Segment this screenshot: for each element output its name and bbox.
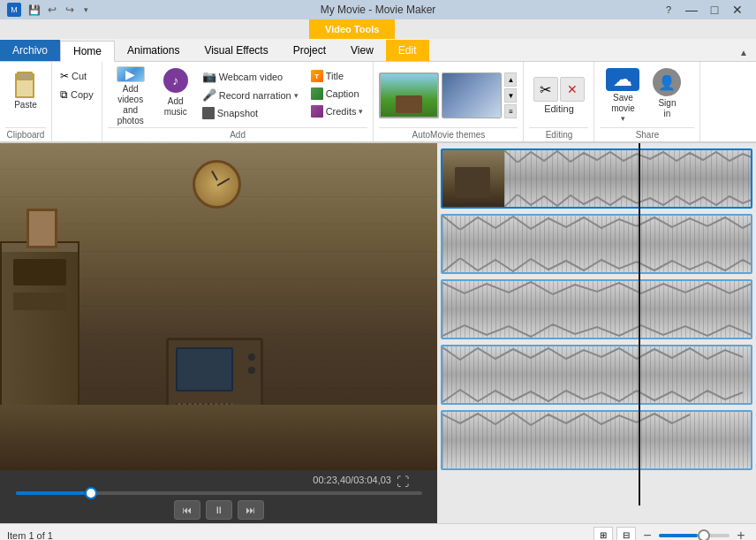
automovie-group-label: AutoMovie themes <box>379 127 518 140</box>
storyboard-view-button[interactable]: ⊞ <box>593 527 613 541</box>
qat-dropdown[interactable]: ▾ <box>79 2 92 18</box>
zoom-in-button[interactable]: + <box>733 528 749 541</box>
theme-scroll-down[interactable]: ▼ <box>504 88 517 103</box>
tab-animations[interactable]: Animations <box>115 40 192 61</box>
tab-home[interactable]: Home <box>60 41 115 62</box>
editing-group-label: Editing <box>529 127 588 140</box>
timeline-clip-4[interactable] <box>441 345 752 405</box>
minimize-button[interactable]: — <box>680 0 703 19</box>
video-preview: 00:23,40/03:04,03 ⛶ ⏮ ⏸ ⏭ <box>0 143 437 523</box>
paste-button[interactable]: Paste <box>5 67 46 124</box>
caption-label: Caption <box>326 88 359 99</box>
record-narration-label: Record narration <box>219 90 291 101</box>
save-movie-button[interactable]: ☁ Savemovie ▾ <box>600 67 646 124</box>
close-button[interactable]: ✕ <box>726 0 749 19</box>
fullscreen-button[interactable]: ⛶ <box>397 475 409 489</box>
timeline-panel <box>437 143 756 523</box>
time-display: 00:23,40/03:04,03 <box>313 475 391 489</box>
redo-button[interactable]: ↪ <box>62 2 78 18</box>
microphone-icon: 🎤 <box>202 88 216 102</box>
rewind-button[interactable]: ⏮ <box>174 500 200 520</box>
timeline-clip-1[interactable] <box>441 148 752 209</box>
add-group-label: Add <box>108 127 368 140</box>
record-narration-button[interactable]: 🎤 Record narration ▾ <box>198 86 303 104</box>
credits-button[interactable]: Credits ▾ <box>306 103 368 120</box>
add-music-label: Addmusic <box>164 96 187 118</box>
cloud-upload-icon: ☁ <box>606 68 639 91</box>
editing-group: ✂ ✕ Editing Editing <box>524 62 594 141</box>
snapshot-label: Snapshot <box>217 108 258 118</box>
add-videos-label: Add videosand photos <box>110 84 151 126</box>
cut-label: Cut <box>72 71 87 81</box>
editing-button[interactable]: Editing <box>544 103 574 114</box>
window-title: My Movie - Movie Maker <box>321 4 436 16</box>
ribbon-collapse-button[interactable]: ▲ <box>735 43 752 61</box>
zoom-slider-thumb[interactable] <box>698 529 710 541</box>
pause-button[interactable]: ⏸ <box>206 500 232 520</box>
sign-in-button[interactable]: 👤 Signin <box>649 67 684 124</box>
title-button[interactable]: T Title <box>306 67 368 85</box>
timeline-clip-2[interactable] <box>441 214 752 274</box>
playback-controls: ⏮ ⏸ ⏭ <box>174 500 264 520</box>
clock-prop <box>193 160 241 209</box>
cut-button[interactable]: ✂ Cut <box>56 67 98 85</box>
window-controls: ? — □ ✕ <box>657 0 749 19</box>
credits-icon <box>311 105 323 118</box>
title-label: Title <box>326 71 344 81</box>
copy-label: Copy <box>71 89 94 100</box>
main-content: 00:23,40/03:04,03 ⛶ ⏮ ⏸ ⏭ <box>0 143 756 523</box>
zoom-slider[interactable] <box>659 534 730 537</box>
timeline-view-button[interactable]: ⊟ <box>616 527 636 541</box>
zoom-slider-fill <box>659 534 698 537</box>
snapshot-button[interactable]: Snapshot <box>198 104 303 122</box>
seek-thumb[interactable] <box>85 487 97 499</box>
forward-button[interactable]: ⏭ <box>238 500 264 520</box>
timeline-clip-3[interactable] <box>441 279 752 339</box>
quick-access-toolbar: M 💾 ↩ ↪ ▾ <box>7 2 92 18</box>
webcam-video-button[interactable]: 📷 Webcam video <box>198 67 303 86</box>
undo-button[interactable]: ↩ <box>44 2 60 18</box>
video-tools-tab[interactable]: Video Tools <box>309 19 395 39</box>
scissors-icon: ✂ <box>60 70 69 82</box>
webcam-label: Webcam video <box>219 72 284 82</box>
help-button[interactable]: ? <box>657 0 680 19</box>
theme-scroll-up[interactable]: ▲ <box>504 72 517 87</box>
theme-scroll-more[interactable]: ≡ <box>504 104 517 118</box>
status-item-count: Item 1 of 1 <box>7 530 53 541</box>
sign-in-label: Signin <box>658 98 676 119</box>
video-controls: 00:23,40/03:04,03 ⛶ ⏮ ⏸ ⏭ <box>0 470 437 523</box>
status-bar: Item 1 of 1 ⊞ ⊟ − + <box>0 523 756 540</box>
maximize-button[interactable]: □ <box>703 0 726 19</box>
add-music-icon: ♪ <box>162 66 190 95</box>
add-videos-button[interactable]: ▶ Add videosand photos <box>108 64 154 120</box>
webcam-icon: 📷 <box>202 70 216 83</box>
tab-view[interactable]: View <box>338 40 386 61</box>
share-group-label: Share <box>600 127 694 140</box>
title-icon: T <box>311 70 323 82</box>
credits-label: Credits <box>326 106 357 117</box>
trim-icon: ✂ <box>533 77 558 102</box>
tab-edit[interactable]: Edit <box>386 40 429 61</box>
copy-button[interactable]: ⧉ Copy <box>56 86 98 103</box>
remove-icon: ✕ <box>560 77 585 102</box>
add-music-button[interactable]: ♪ Addmusic <box>157 64 194 120</box>
timeline-clip-5[interactable] <box>441 410 752 470</box>
paste-label: Paste <box>14 100 37 110</box>
share-group: ☁ Savemovie ▾ 👤 Signin Share <box>594 62 700 141</box>
seek-progress <box>16 491 85 495</box>
theme-item-2[interactable] <box>442 72 502 118</box>
automovie-group: ▲ ▼ ≡ AutoMovie themes <box>374 62 524 141</box>
copy-icon: ⧉ <box>60 88 68 101</box>
timeline-scroll[interactable] <box>437 143 756 523</box>
tab-project[interactable]: Project <box>281 40 338 61</box>
caption-button[interactable]: Caption <box>306 85 368 103</box>
clipboard-group: Paste Clipboard <box>0 62 52 141</box>
tab-visual-effects[interactable]: Visual Effects <box>192 40 280 61</box>
tab-archivo[interactable]: Archivo <box>0 40 60 61</box>
theme-item-1[interactable] <box>379 72 439 118</box>
zoom-out-button[interactable]: − <box>639 528 655 541</box>
save-movie-label: Savemovie <box>611 93 635 114</box>
app-logo-icon: M <box>7 3 21 17</box>
save-button[interactable]: 💾 <box>26 2 42 18</box>
seek-bar[interactable] <box>16 491 422 495</box>
